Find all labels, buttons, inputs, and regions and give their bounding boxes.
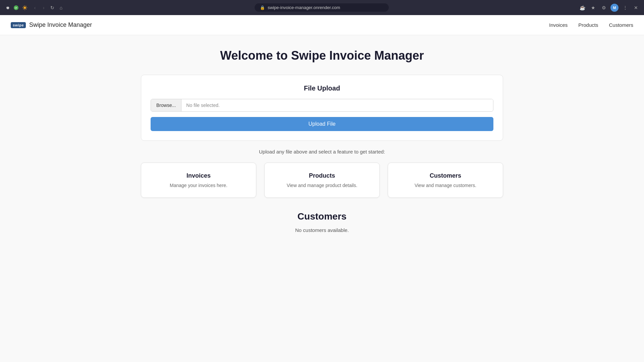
back-button[interactable]: ‹ bbox=[31, 4, 39, 12]
extension-icon[interactable]: ⟳ bbox=[13, 4, 19, 11]
lock-icon: 🔒 bbox=[260, 5, 265, 10]
address-bar-wrapper: 🔒 swipe-invoice-manager.onrender.com bbox=[68, 3, 576, 12]
feature-card-products-desc: View and manage product details. bbox=[271, 183, 373, 188]
forward-button[interactable]: › bbox=[40, 4, 48, 12]
settings-browser-icon[interactable]: ⚙ bbox=[600, 4, 608, 12]
page-heading: Welcome to Swipe Invoice Manager bbox=[20, 49, 624, 63]
feature-card-customers-title: Customers bbox=[395, 172, 496, 179]
nav-products[interactable]: Products bbox=[578, 22, 598, 28]
customers-section: Customers No customers available. bbox=[141, 211, 503, 233]
browser-chrome: ⟳ ‹ › ↻ ⌂ 🔒 swipe-invoice-manager.onrend… bbox=[0, 0, 644, 15]
feature-card-products[interactable]: Products View and manage product details… bbox=[264, 163, 380, 198]
feature-card-invoices-desc: Manage your invoices here. bbox=[148, 183, 249, 188]
browser-right-icons: ☕ ★ ⚙ M ⋮ ✕ bbox=[578, 4, 640, 12]
nav-customers[interactable]: Customers bbox=[609, 22, 633, 28]
svg-point-2 bbox=[24, 6, 26, 9]
app-brand: swipe Swipe Invoice Manager bbox=[11, 21, 92, 28]
shield-icon[interactable]: ☕ bbox=[578, 4, 586, 12]
customers-section-title: Customers bbox=[141, 211, 503, 222]
svg-text:⟳: ⟳ bbox=[15, 6, 17, 10]
swipe-logo: swipe bbox=[11, 22, 26, 28]
file-upload-card: File Upload Browse... No file selected. … bbox=[141, 75, 503, 141]
close-icon[interactable]: ✕ bbox=[632, 4, 640, 12]
main-content: Welcome to Swipe Invoice Manager File Up… bbox=[0, 35, 644, 362]
address-bar[interactable]: 🔒 swipe-invoice-manager.onrender.com bbox=[255, 3, 389, 12]
more-options-icon[interactable]: ⋮ bbox=[621, 4, 629, 12]
settings-icon[interactable] bbox=[4, 4, 11, 11]
feature-cards: Invoices Manage your invoices here. Prod… bbox=[141, 163, 503, 198]
feature-card-invoices-title: Invoices bbox=[148, 172, 249, 179]
feature-instruction: Upload any file above and select a featu… bbox=[141, 149, 503, 155]
customers-empty-message: No customers available. bbox=[141, 227, 503, 233]
app-header: swipe Swipe Invoice Manager Invoices Pro… bbox=[0, 15, 644, 35]
feature-card-customers[interactable]: Customers View and manage customers. bbox=[388, 163, 503, 198]
file-name-display: No file selected. bbox=[181, 99, 493, 111]
browse-button[interactable]: Browse... bbox=[151, 99, 181, 111]
feature-card-customers-desc: View and manage customers. bbox=[395, 183, 496, 188]
app-title: Swipe Invoice Manager bbox=[29, 21, 92, 28]
browser-controls: ⟳ bbox=[4, 4, 28, 11]
bookmark-icon[interactable]: ★ bbox=[589, 4, 597, 12]
user-avatar[interactable]: M bbox=[610, 4, 619, 12]
feature-card-products-title: Products bbox=[271, 172, 373, 179]
reload-button[interactable]: ↻ bbox=[48, 4, 56, 12]
nav-links: Invoices Products Customers bbox=[549, 22, 633, 28]
home-button[interactable]: ⌂ bbox=[57, 4, 65, 12]
upload-button[interactable]: Upload File bbox=[151, 117, 493, 131]
url-text: swipe-invoice-manager.onrender.com bbox=[268, 5, 340, 10]
sun-icon[interactable] bbox=[21, 4, 28, 11]
nav-arrows: ‹ › ↻ ⌂ bbox=[31, 4, 65, 12]
file-input-row: Browse... No file selected. bbox=[151, 99, 493, 112]
file-upload-title: File Upload bbox=[151, 84, 493, 92]
feature-card-invoices[interactable]: Invoices Manage your invoices here. bbox=[141, 163, 256, 198]
nav-invoices[interactable]: Invoices bbox=[549, 22, 568, 28]
